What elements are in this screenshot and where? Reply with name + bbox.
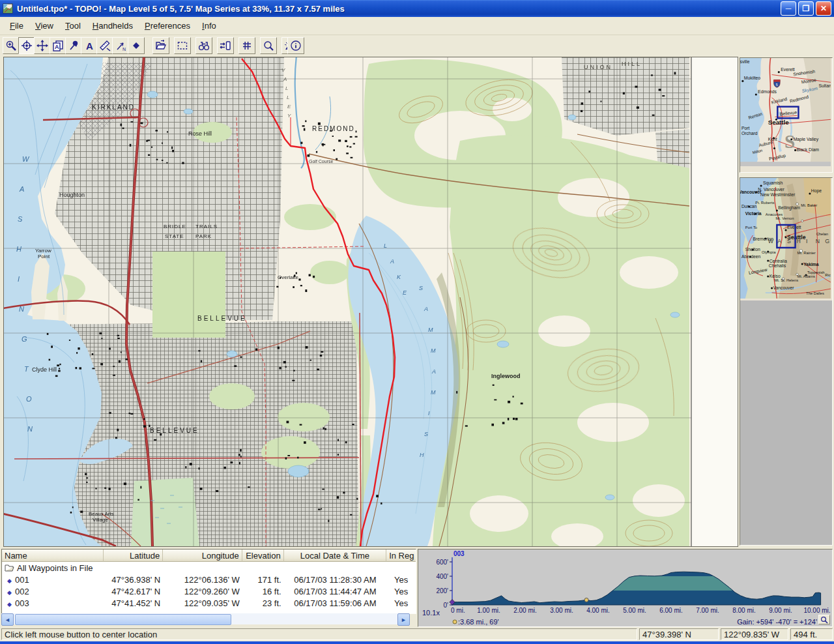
map-label: Rose Hill — [188, 130, 212, 137]
topo-map-canvas[interactable]: KIRKLANDREDMONDRose HillHoughtonBELLEVUE… — [3, 57, 738, 547]
svg-text:600': 600' — [436, 559, 448, 566]
svg-text:G: G — [825, 238, 829, 244]
inset-city-label: Chelan — [816, 232, 828, 236]
inset-city-label: The Dalles — [806, 291, 824, 295]
overview-map-seattle-region[interactable]: S 5 MarysvilleEverettSnohomishMonroeSult… — [740, 57, 833, 173]
menu-handhelds[interactable]: Handhelds — [87, 18, 139, 33]
waypoint-row-001[interactable]: ◆00147°36.938' N122°06.136' W171 ft.06/1… — [2, 574, 416, 585]
elevation-profile-panel[interactable]: 0'200'400'600'0 mi.1.00 mi.2.00 mi.3.00 … — [418, 549, 833, 627]
svg-text:8.00 mi.: 8.00 mi. — [732, 607, 756, 614]
scrollbar-thumb[interactable] — [15, 614, 231, 625]
inset-city-label: Olympia — [762, 250, 776, 254]
map-label: STATE — [165, 233, 184, 239]
map-label: Village — [93, 517, 108, 523]
inset-city-label: Port To — [745, 226, 758, 229]
measure-ruler-button[interactable] — [96, 37, 113, 54]
inset-city-label: Chehalis — [769, 263, 786, 268]
inset-city-label: Bellingham — [778, 205, 800, 211]
water-label-letter: A — [431, 368, 436, 375]
water-label-letter: K — [397, 274, 401, 280]
water-label-letter: A — [390, 258, 394, 265]
svg-text:5.00 mi.: 5.00 mi. — [623, 607, 646, 614]
column-header-elevation[interactable]: Elevation — [242, 549, 284, 562]
close-button[interactable]: ✕ — [816, 1, 831, 16]
gps-transfer-button[interactable] — [217, 37, 234, 54]
inset-city-label: Pt. Roberts — [755, 201, 774, 205]
waypoint-group-row[interactable]: All Waypoints in File — [2, 562, 416, 574]
inset-city-label: New Westminster — [760, 192, 796, 197]
open-file-button[interactable] — [152, 37, 169, 54]
water-label-letter: N — [19, 305, 24, 313]
recenter-target-icon — [21, 40, 33, 51]
compass-route-button[interactable]: N — [112, 37, 129, 54]
window-bottom-border — [0, 641, 834, 644]
svg-text:N: N — [122, 47, 126, 51]
svg-text:N: N — [816, 238, 820, 244]
pushpin-button[interactable] — [65, 37, 82, 54]
column-header-longitude[interactable]: Longitude — [163, 549, 242, 562]
map-overview-copy-icon: A — [52, 40, 64, 51]
binoculars-find-button[interactable] — [195, 37, 212, 54]
magnifier-button[interactable] — [260, 37, 277, 54]
recenter-target-button[interactable] — [18, 37, 35, 54]
zoom-in-button[interactable] — [3, 37, 20, 54]
menu-view[interactable]: View — [29, 18, 59, 33]
menu-bar: File View Tool Handhelds Preferences Inf… — [0, 17, 834, 35]
grid-overlay-icon — [241, 40, 253, 51]
svg-text:A: A — [86, 40, 93, 51]
waypoint-row-003[interactable]: ◆00347°41.452' N122°09.035' W23 ft.06/17… — [2, 597, 416, 609]
column-header-datetime[interactable]: Local Date & Time — [284, 549, 386, 562]
column-header-inregion[interactable]: In Reg — [386, 549, 416, 562]
open-file-icon — [155, 40, 167, 51]
menu-tool[interactable]: Tool — [59, 18, 87, 33]
menu-info[interactable]: Info — [196, 18, 222, 33]
column-header-name[interactable]: Name — [2, 549, 104, 562]
inset-city-label: Seattle — [768, 119, 789, 126]
pan-arrows-button[interactable] — [34, 37, 51, 54]
menu-file[interactable]: File — [4, 18, 29, 33]
column-header-latitude[interactable]: Latitude — [104, 549, 164, 562]
inset-city-label: Aberdeen — [741, 254, 761, 259]
svg-text:10.00 mi.: 10.00 mi. — [803, 607, 830, 614]
map-overview-copy-button[interactable]: A — [50, 37, 66, 54]
inset-city-label: Victoria — [745, 211, 762, 216]
text-label-button[interactable]: A — [81, 37, 98, 54]
waypoint-diamond-icon: ◆ — [7, 589, 12, 596]
water-label-letter: A — [19, 185, 24, 193]
toolbar: AAN — [0, 35, 834, 56]
restore-button[interactable]: ❐ — [798, 1, 814, 16]
waypoint-table: Name Latitude Longitude Elevation Local … — [1, 549, 416, 614]
gain-summary: Gain: +594' -470' = +124' — [737, 618, 817, 626]
info-button[interactable] — [287, 37, 304, 54]
table-horizontal-scrollbar[interactable]: ◄ ► — [1, 613, 410, 624]
inset-city-label: Hope — [811, 188, 822, 194]
water-label-letter: Y — [287, 113, 291, 119]
grid-overlay-button[interactable] — [238, 37, 255, 54]
status-message: Click left mouse button to center locati… — [1, 628, 637, 640]
svg-text:I: I — [806, 238, 807, 244]
map-label: Point — [38, 254, 50, 259]
svg-text:6.00 mi.: 6.00 mi. — [659, 607, 683, 614]
profile-zoom-button[interactable] — [818, 615, 830, 624]
waypoint-diamond-button[interactable] — [128, 37, 145, 54]
scrollbar-track[interactable] — [231, 613, 397, 624]
select-region-button[interactable] — [174, 37, 191, 54]
svg-text:3.00 mi.: 3.00 mi. — [550, 607, 573, 614]
minimize-button[interactable]: ─ — [781, 1, 796, 16]
profile-route-name: 003 — [453, 550, 465, 557]
scroll-right-button[interactable]: ► — [397, 613, 410, 626]
gps-transfer-icon — [220, 40, 231, 51]
water-label-letter: M — [428, 327, 433, 333]
water-label-letter: A — [283, 76, 287, 82]
svg-text:0': 0' — [444, 602, 449, 609]
map-label: PARK — [195, 233, 212, 239]
scroll-left-button[interactable]: ◄ — [1, 613, 14, 626]
menu-preferences[interactable]: Preferences — [139, 18, 196, 33]
inset-city-label: Maple Valley — [794, 137, 819, 142]
map-label: BRIDLE — [164, 224, 186, 229]
overview-map-washington-state[interactable]: WASHING SquamishN. VancouverNew Westmins… — [740, 177, 833, 546]
waypoint-row-002[interactable]: ◆00247°42.617' N122°09.260' W16 ft.06/17… — [2, 585, 416, 597]
water-label-letter: M — [431, 389, 436, 396]
binoculars-find-icon — [198, 40, 210, 51]
topo-map: KIRKLANDREDMONDRose HillHoughtonBELLEVUE… — [4, 57, 738, 546]
